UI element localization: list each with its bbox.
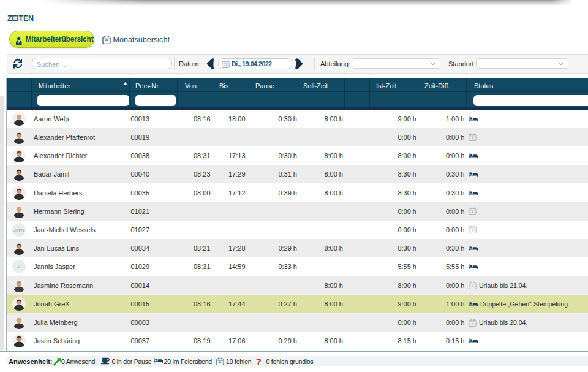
svg-text:JJ: JJ xyxy=(17,264,22,270)
svg-text:23: 23 xyxy=(105,38,108,42)
svg-text:JMW: JMW xyxy=(13,227,25,232)
svg-text:12: 12 xyxy=(224,63,228,66)
